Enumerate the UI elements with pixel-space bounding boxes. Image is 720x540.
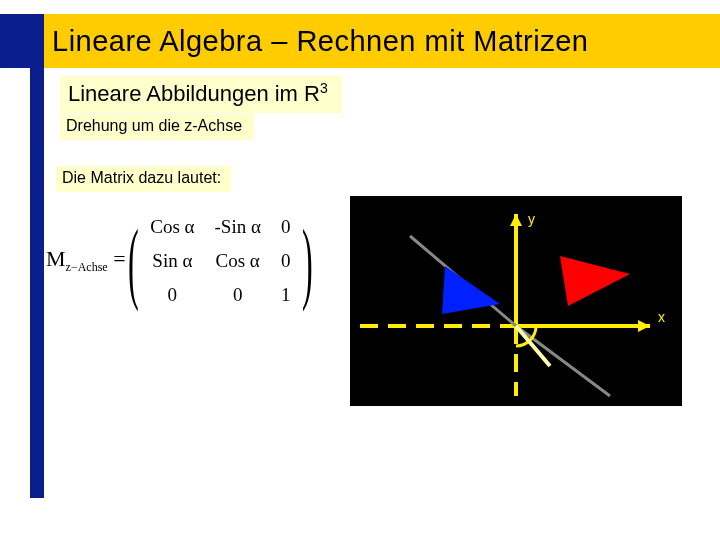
rotation-label: Drehung um die z-Achse [60, 114, 254, 140]
slide-title: Lineare Algebra – Rechnen mit Matrizen [52, 25, 588, 58]
matrix-cell: 1 [271, 278, 301, 312]
matrix-cell: 0 [205, 278, 271, 312]
y-axis-label: y [528, 211, 535, 227]
red-triangle-icon [560, 256, 630, 306]
diagram-svg: x y [350, 196, 682, 406]
equals-sign: = [113, 246, 125, 271]
svg-marker-4 [510, 214, 522, 226]
matrix-cell: 0 [271, 210, 301, 244]
subtitle-sup: 3 [320, 80, 328, 96]
rotation-diagram: x y [350, 196, 682, 406]
right-paren-icon: ) [302, 221, 313, 301]
title-accent [0, 14, 44, 68]
left-paren-icon: ( [128, 221, 139, 301]
slide: Lineare Algebra – Rechnen mit Matrizen L… [0, 0, 720, 540]
matrix-row: Sin α Cos α 0 [140, 244, 300, 278]
matrix-M: M [46, 246, 66, 271]
matrix-cell: Cos α [205, 244, 271, 278]
matrix-subscript: z−Achse [66, 261, 108, 275]
subtitle-text: Lineare Abbildungen im R [68, 81, 320, 106]
matrix-cell: 0 [271, 244, 301, 278]
title-bar: Lineare Algebra – Rechnen mit Matrizen [0, 14, 720, 68]
matrix-intro-label: Die Matrix dazu lautet: [56, 166, 231, 192]
x-axis-label: x [658, 309, 665, 325]
matrix-symbol: Mz−Achse = [46, 246, 126, 275]
matrix-row: 0 0 1 [140, 278, 300, 312]
matrix-cell: Cos α [140, 210, 204, 244]
side-accent-strip [30, 68, 44, 498]
matrix-cell: 0 [140, 278, 204, 312]
subtitle-box: Lineare Abbildungen im R3 [60, 76, 342, 113]
matrix-cell: Sin α [140, 244, 204, 278]
matrix-cell: -Sin α [205, 210, 271, 244]
axes [360, 214, 650, 396]
svg-line-7 [516, 326, 610, 396]
matrix-row: Cos α -Sin α 0 [140, 210, 300, 244]
svg-marker-2 [638, 320, 650, 332]
matrix-grid: Cos α -Sin α 0 Sin α Cos α 0 0 0 1 [140, 210, 300, 312]
matrix-block: Mz−Achse = ( Cos α -Sin α 0 Sin α Cos α … [46, 210, 315, 312]
